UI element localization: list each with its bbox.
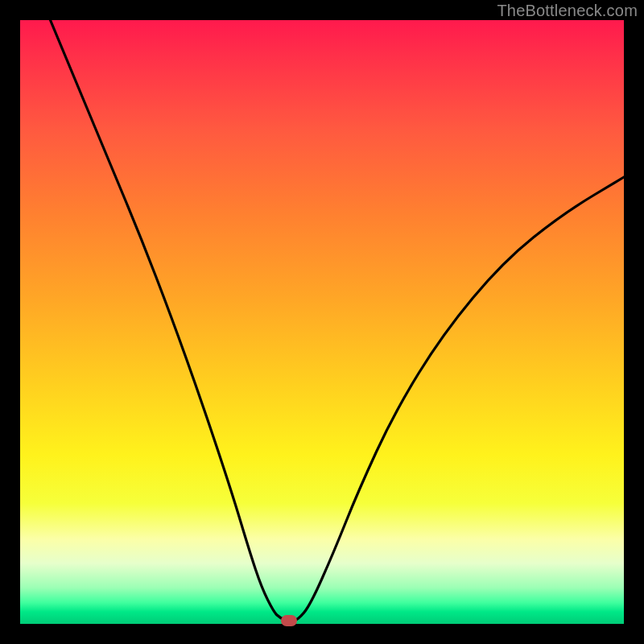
plot-area <box>20 20 624 624</box>
bottleneck-curve <box>20 20 624 624</box>
watermark-text: TheBottleneck.com <box>497 2 638 20</box>
optimal-point-marker <box>281 615 297 626</box>
